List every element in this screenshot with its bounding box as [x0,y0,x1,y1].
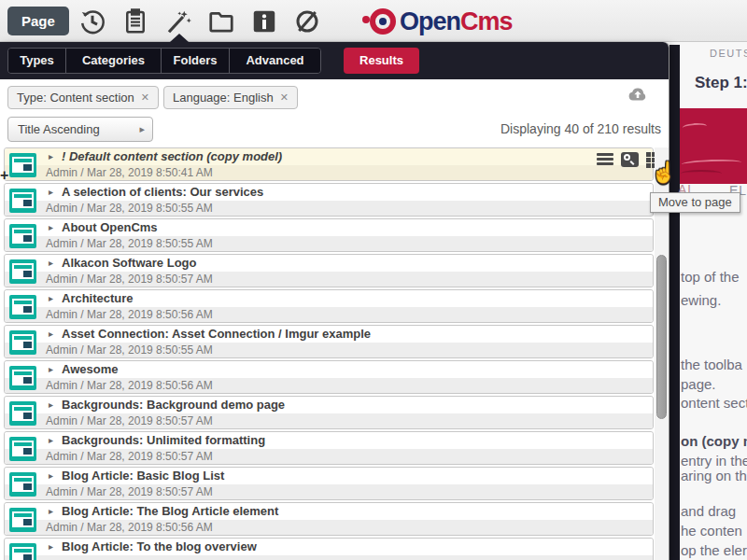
expand-arrow-icon[interactable]: ▸ [49,151,53,161]
content-gallery-dialog: Types Categories Folders Advanced Result… [0,42,669,560]
result-title: Backgrounds: Unlimited formatting [5,432,653,449]
content-section-icon [9,330,36,355]
content-section-icon [9,472,36,497]
opencms-logo: OpenCms [366,6,513,37]
opencms-logo-text: OpenCms [400,7,513,36]
language-switch-link[interactable]: DEUTSCH [710,48,747,59]
results-list: + ▸ ! Default content section (copy mode… [0,147,655,560]
content-section-icon [9,224,36,248]
result-row[interactable]: ▸ Blog Article: To the blog overview [4,538,654,560]
expand-arrow-icon[interactable]: ▸ [49,187,53,197]
page-text-fragment: ontent sect [681,395,747,411]
filter-chip-type[interactable]: Type: Content section ✕ [7,86,159,109]
preview-icon[interactable] [621,152,639,167]
gallery-tabbar: Types Categories Folders Advanced Result… [0,42,669,79]
expand-arrow-icon[interactable]: ▸ [49,293,53,303]
sort-order-select[interactable]: Title Ascending ▸ [7,117,153,142]
page-text-fragment: op the eler [681,542,747,558]
result-title: ! Default content section (copy model) [5,148,653,165]
history-icon[interactable] [78,7,106,35]
magic-wand-icon[interactable] [164,7,192,35]
content-section-icon [9,259,36,284]
scrollbar-thumb[interactable] [656,255,667,419]
expand-arrow-icon[interactable]: ▸ [49,541,53,552]
result-row[interactable]: ▸ About OpenCms Admin / Mar 28, 2019 8:5… [4,218,654,252]
page-text-fragment: aring on th [681,468,747,483]
page-text-fragment: he conten [681,523,742,539]
page-side-band [669,45,680,560]
result-meta: Admin / Mar 28, 2019 8:50:57 AM [5,413,653,428]
header-image [680,108,747,184]
expand-arrow-icon[interactable]: ▸ [49,258,53,268]
result-title: Awesome [5,361,653,378]
tooltip-move-to-page: Move to page [650,192,740,213]
result-row[interactable]: ▸ Backgrounds: Unlimited formatting Admi… [4,431,654,465]
result-row[interactable]: ▸ Architecture Admin / Mar 28, 2019 8:50… [4,289,654,323]
expand-arrow-icon[interactable]: ▸ [49,222,53,232]
step-heading: Step 1: [695,74,747,92]
tab-folders[interactable]: Folders [162,49,230,73]
content-section-icon [9,437,36,461]
result-row[interactable]: ▸ Awesome Admin / Mar 28, 2019 8:50:56 A… [4,360,654,394]
result-count-label: Displaying 40 of 210 results [500,121,661,136]
result-meta: Admin / Mar 28, 2019 8:50:56 AM [5,520,653,535]
result-row[interactable]: + ▸ ! Default content section (copy mode… [4,147,654,181]
remove-filter-icon[interactable]: ✕ [141,91,149,104]
result-row[interactable]: ▸ A selection of clients: Our services A… [4,183,654,217]
hide-elements-icon[interactable] [293,7,321,35]
sort-order-value: Title Ascending [18,122,100,136]
result-title: Alkacon Software Logo [5,255,653,272]
tab-results[interactable]: Results [344,48,419,74]
result-row[interactable]: ▸ Backgrounds: Background demo page Admi… [4,396,654,429]
page-text-fragment: entry in the [681,453,747,469]
background-page: DEUTSCH Step 1: AL ELI top of the ewing.… [669,42,747,560]
expand-arrow-icon[interactable]: ▸ [49,364,53,374]
publish-upload-icon[interactable] [627,84,648,105]
filter-chip-label: Language: English [173,91,274,105]
result-title: Blog Article: The Blog Article element [5,503,653,520]
tab-advanced[interactable]: Advanced [230,49,320,73]
tab-types[interactable]: Types [8,49,66,73]
folder-icon[interactable] [207,7,235,35]
result-meta: Admin / Mar 28, 2019 8:50:55 AM [5,343,653,357]
content-section-icon [9,366,36,390]
context-menu-icon[interactable] [597,151,613,167]
content-section-icon [9,189,36,213]
content-section-icon [9,295,36,319]
copy-model-plus-badge: + [0,167,8,184]
top-toolbar: Page [0,0,747,42]
result-title: Architecture [5,290,653,307]
page-text-fragment: and drag [681,503,736,519]
content-section-icon [9,153,36,177]
clipboard-icon[interactable] [121,7,149,35]
result-row[interactable]: ▸ Alkacon Software Logo Admin / Mar 28, … [4,254,654,287]
page-text-fragment: on (copy m [681,433,747,449]
result-title: Asset Connection: Asset Connection / Img… [5,326,653,343]
remove-filter-icon[interactable]: ✕ [280,91,289,104]
content-section-icon [9,401,36,426]
page-button[interactable]: Page [7,7,69,35]
result-row[interactable]: ▸ Blog Article: The Blog Article element… [4,502,654,536]
content-section-icon [9,508,36,532]
result-title: About OpenCms [5,219,653,236]
expand-arrow-icon[interactable]: ▸ [49,435,53,445]
result-meta: Admin / Mar 28, 2019 8:50:56 AM [5,378,653,393]
filter-chip-language[interactable]: Language: English ✕ [163,86,298,109]
result-row[interactable]: ▸ Blog Article: Basic Blog List Admin / … [4,467,654,500]
result-title: Blog Article: Basic Blog List [5,468,653,484]
result-row[interactable]: ▸ Asset Connection: Asset Connection / I… [4,325,654,358]
result-meta: Admin / Mar 28, 2019 8:50:57 AM [5,272,653,287]
expand-arrow-icon[interactable]: ▸ [49,470,53,481]
info-icon[interactable] [250,7,278,35]
expand-arrow-icon[interactable]: ▸ [49,329,53,339]
result-meta: Admin / Mar 28, 2019 8:50:57 AM [5,484,653,499]
result-meta: Admin / Mar 28, 2019 8:50:41 AM [5,165,653,180]
result-meta: Admin / Mar 28, 2019 8:50:57 AM [5,449,653,464]
tab-categories[interactable]: Categories [66,49,162,73]
expand-arrow-icon[interactable]: ▸ [49,506,53,516]
opencms-logo-mark [366,7,396,35]
expand-arrow-icon[interactable]: ▸ [49,399,53,410]
page-text-fragment: ewing. [681,292,721,308]
result-meta: Admin / Mar 28, 2019 8:50:56 AM [5,307,653,322]
chevron-right-icon: ▸ [139,118,145,141]
